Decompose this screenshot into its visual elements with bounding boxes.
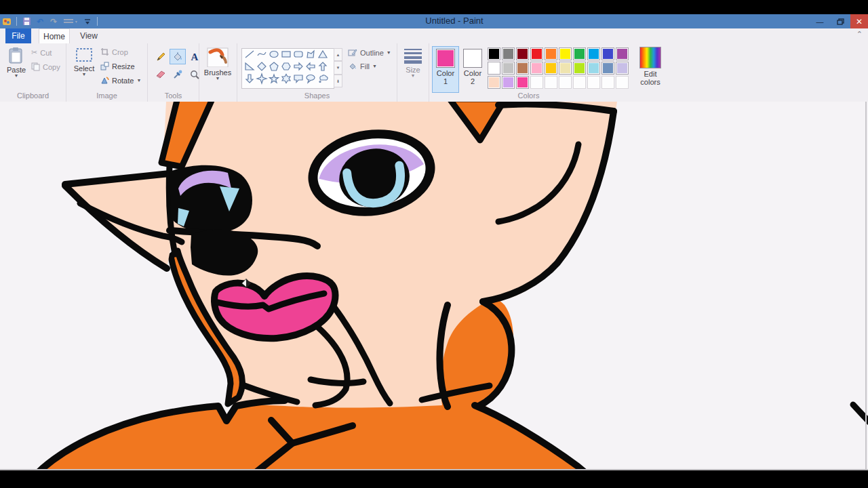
palette-color-swatch[interactable] bbox=[616, 62, 629, 75]
shape-hexagon[interactable] bbox=[281, 62, 291, 74]
palette-color-swatch[interactable] bbox=[573, 62, 586, 75]
shape-curve[interactable] bbox=[257, 49, 267, 62]
redo-button[interactable]: ↷ bbox=[48, 16, 59, 27]
palette-color-swatch[interactable] bbox=[616, 47, 629, 60]
chevron-down-icon: ▼ bbox=[411, 74, 416, 77]
window-controls: — ✕ bbox=[810, 14, 868, 28]
palette-color-swatch[interactable] bbox=[502, 47, 515, 60]
shape-star-6[interactable] bbox=[281, 74, 291, 86]
shape-callout-oval[interactable] bbox=[306, 74, 315, 86]
tab-home[interactable]: Home bbox=[39, 28, 70, 44]
palette-empty-slot[interactable] bbox=[573, 76, 586, 89]
drawing-canvas[interactable] bbox=[0, 102, 868, 471]
shape-rounded-rectangle[interactable] bbox=[294, 49, 303, 62]
outline-button[interactable]: Outline ▼ bbox=[348, 48, 391, 57]
cut-icon: ✂ bbox=[31, 48, 37, 57]
palette-empty-slot[interactable] bbox=[559, 76, 572, 89]
minimize-ribbon-icon[interactable]: ⌃ bbox=[856, 30, 863, 39]
chevron-down-icon: ▼ bbox=[14, 74, 19, 77]
cut-button[interactable]: ✂ Cut bbox=[31, 48, 52, 57]
resize-icon bbox=[100, 62, 109, 70]
undo-button[interactable]: ↶ bbox=[35, 16, 45, 27]
chevron-down-icon: ▼ bbox=[372, 64, 377, 68]
palette-empty-slot[interactable] bbox=[545, 76, 557, 89]
fill-bucket-tool[interactable] bbox=[170, 49, 186, 64]
palette-color-swatch[interactable] bbox=[601, 62, 614, 75]
rotate-icon bbox=[100, 76, 109, 85]
tab-file[interactable]: File bbox=[5, 28, 31, 43]
color-picker-tool[interactable] bbox=[170, 66, 186, 82]
shape-ellipse[interactable] bbox=[269, 49, 279, 62]
palette-color-swatch[interactable] bbox=[559, 62, 572, 75]
palette-empty-slot[interactable] bbox=[530, 76, 543, 89]
shape-diamond[interactable] bbox=[257, 62, 267, 74]
restore-button[interactable] bbox=[830, 14, 850, 28]
shape-star-4[interactable] bbox=[257, 74, 267, 86]
shape-arrow-up[interactable] bbox=[318, 62, 328, 74]
palette-color-swatch[interactable] bbox=[488, 76, 500, 89]
palette-color-swatch[interactable] bbox=[530, 47, 543, 60]
color-picker-icon bbox=[173, 70, 182, 79]
palette-color-swatch[interactable] bbox=[545, 47, 557, 60]
customize-qat-dropdown[interactable] bbox=[82, 16, 93, 27]
shapes-more-button[interactable]: ⬇ bbox=[334, 75, 342, 87]
edit-colors-button[interactable]: Editcolors bbox=[636, 47, 665, 86]
shape-pentagon[interactable] bbox=[269, 62, 279, 74]
shapes-scroll-down[interactable]: ▼ bbox=[334, 61, 342, 74]
shape-arrow-left[interactable] bbox=[306, 62, 315, 74]
fill-button[interactable]: Fill ▼ bbox=[348, 62, 377, 70]
shape-arrow-right[interactable] bbox=[294, 62, 303, 74]
brushes-button[interactable]: Brushes ▼ bbox=[204, 47, 231, 80]
group-image: Select ▼ Crop Resize Rotate ▼ Image bbox=[66, 43, 148, 102]
eraser-tool[interactable] bbox=[153, 66, 169, 82]
history-dropdown-icon[interactable] bbox=[62, 16, 79, 27]
shapes-grid bbox=[241, 48, 334, 89]
palette-color-swatch[interactable] bbox=[502, 62, 515, 75]
shape-callout-rounded[interactable] bbox=[294, 74, 303, 86]
palette-empty-slot[interactable] bbox=[587, 76, 600, 89]
palette-color-swatch[interactable] bbox=[545, 62, 557, 75]
shape-polygon[interactable] bbox=[306, 49, 315, 62]
crop-button[interactable]: Crop bbox=[100, 47, 128, 56]
palette-color-swatch[interactable] bbox=[488, 62, 500, 75]
palette-color-swatch[interactable] bbox=[573, 47, 586, 60]
pencil-tool[interactable] bbox=[153, 49, 169, 64]
minimize-button[interactable]: — bbox=[810, 14, 830, 28]
color1-button[interactable]: Color1 bbox=[432, 46, 459, 93]
palette-color-swatch[interactable] bbox=[559, 47, 572, 60]
select-button[interactable]: Select ▼ bbox=[71, 47, 98, 76]
shape-rectangle[interactable] bbox=[281, 49, 291, 62]
shape-triangle[interactable] bbox=[318, 49, 328, 62]
shapes-scroll-up[interactable]: ▲ bbox=[334, 48, 342, 61]
size-button[interactable]: Size ▼ bbox=[399, 47, 427, 77]
palette-color-swatch[interactable] bbox=[587, 47, 600, 60]
canvas-border bbox=[865, 102, 867, 471]
color2-button[interactable]: Color2 bbox=[459, 46, 486, 93]
palette-color-swatch[interactable] bbox=[516, 76, 529, 89]
shape-arrow-down[interactable] bbox=[245, 74, 254, 86]
palette-color-swatch[interactable] bbox=[587, 62, 600, 75]
paste-button[interactable]: Paste ▼ bbox=[3, 47, 30, 77]
close-button[interactable]: ✕ bbox=[850, 14, 868, 28]
palette-color-swatch[interactable] bbox=[488, 47, 500, 60]
rotate-button[interactable]: Rotate ▼ bbox=[100, 76, 141, 85]
palette-color-swatch[interactable] bbox=[530, 62, 543, 75]
palette-color-swatch[interactable] bbox=[502, 76, 515, 89]
palette-color-swatch[interactable] bbox=[516, 47, 529, 60]
shape-callout-cloud[interactable] bbox=[318, 74, 328, 86]
copy-button[interactable]: Copy bbox=[31, 62, 60, 71]
tab-view[interactable]: View bbox=[75, 28, 103, 43]
chevron-down-icon: ▼ bbox=[387, 51, 391, 54]
edit-colors-icon bbox=[639, 47, 661, 68]
fill-bucket-icon bbox=[172, 52, 183, 62]
resize-button[interactable]: Resize bbox=[100, 62, 135, 70]
crop-icon bbox=[100, 47, 109, 56]
palette-empty-slot[interactable] bbox=[616, 76, 629, 89]
shape-star-5[interactable] bbox=[269, 74, 279, 86]
shape-line[interactable] bbox=[245, 49, 254, 62]
save-button[interactable] bbox=[21, 16, 32, 27]
palette-empty-slot[interactable] bbox=[601, 76, 614, 89]
shape-right-triangle[interactable] bbox=[245, 62, 254, 74]
palette-color-swatch[interactable] bbox=[601, 47, 614, 60]
palette-color-swatch[interactable] bbox=[516, 62, 529, 75]
